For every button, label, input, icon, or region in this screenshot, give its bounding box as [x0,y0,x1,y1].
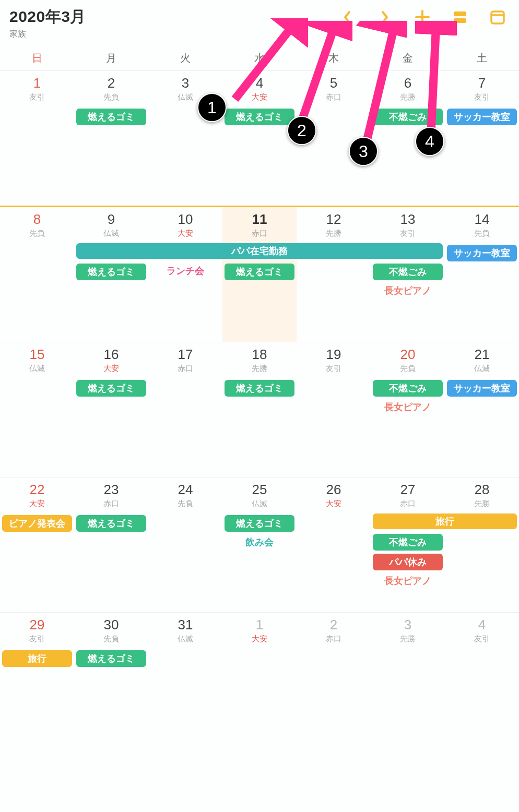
calendar-day-cell[interactable]: 11赤口燃えるゴミ [222,207,297,342]
calendar-day-cell[interactable]: 31仏滅 [148,613,222,730]
calendar-day-cell[interactable]: 9仏滅燃えるゴミ [74,207,148,342]
rokuyou-label: 仏滅 [2,364,72,374]
calendar-day-cell[interactable]: 16大安燃えるゴミ [74,342,148,477]
event-chip[interactable]: 燃えるゴミ [76,650,146,667]
event-chip[interactable]: パパ休み [373,554,443,570]
calendar-day-cell[interactable]: 26大安 [297,477,371,612]
event-text[interactable]: 長女ピアノ [373,574,443,588]
event-chip[interactable]: 燃えるゴミ [225,109,294,125]
event-chip[interactable]: 旅行 [2,650,72,667]
day-number: 16 [76,347,146,363]
next-month-button[interactable] [376,8,394,26]
rokuyou-label: 大安 [299,499,369,509]
calendar-day-cell[interactable]: 5赤口 [297,71,371,206]
event-text[interactable]: 飲み会 [225,535,294,550]
weekday-header: 月 [74,51,148,65]
day-number: 20 [373,347,443,363]
day-number: 2 [76,75,146,91]
calendar-day-cell[interactable]: 3仏滅 [148,71,222,206]
day-number: 3 [150,75,220,91]
calendar-day-cell[interactable]: 18先勝燃えるゴミ [222,342,297,477]
event-text[interactable]: 長女ピアノ [373,283,443,298]
calendar-day-cell[interactable]: 14先負サッカー教室 [445,207,519,342]
event-chip[interactable]: サッカー教室 [447,109,517,125]
calendar-day-cell[interactable]: 29友引旅行 [0,613,74,730]
event-chip[interactable]: 燃えるゴミ [76,380,146,397]
calendar-day-cell[interactable]: 4大安燃えるゴミ [222,71,297,206]
event-chip[interactable]: 不燃ごみ [373,534,443,551]
prev-month-button[interactable] [338,8,356,26]
rokuyou-label: 赤口 [373,499,443,509]
calendar-day-cell[interactable]: 1友引 [0,71,74,206]
event-chip[interactable]: 燃えるゴミ [76,109,146,125]
day-number: 5 [299,75,369,91]
calendar-day-cell[interactable]: 19友引 [297,342,371,477]
day-number: 27 [373,482,443,498]
rokuyou-label: 赤口 [225,229,294,238]
calendar-day-cell[interactable]: 15仏滅 [0,342,74,477]
event-chip[interactable]: 不燃ごみ [373,380,443,397]
event-chip[interactable]: 不燃ごみ [373,109,443,125]
event-chip[interactable]: サッカー教室 [447,380,517,397]
calendar-day-cell[interactable]: 28先勝 [445,477,519,612]
rokuyou-label: 赤口 [150,364,220,374]
event-chip[interactable]: ピアノ発表会 [2,515,72,532]
rokuyou-label: 友引 [2,92,72,102]
event-chip[interactable]: 燃えるゴミ [225,515,294,532]
calendar-day-cell[interactable]: 12先勝 [297,207,371,342]
calendar-day-cell[interactable]: 25仏滅燃えるゴミ飲み会 [222,477,297,612]
weekday-header: 水 [222,51,297,65]
calendar-name: 家族 [9,29,338,40]
event-text[interactable]: 長女ピアノ [373,400,443,414]
weekday-header: 土 [445,51,519,65]
event-spacer [373,245,443,260]
day-number: 24 [150,482,220,498]
rokuyou-label: 先負 [373,364,443,374]
calendar-day-cell[interactable]: 8先負 [0,207,74,342]
rokuyou-label: 仏滅 [150,92,220,102]
event-chip[interactable]: 燃えるゴミ [76,264,146,280]
event-spacer [76,245,146,260]
calendar-day-cell[interactable]: 2先負燃えるゴミ [74,71,148,206]
event-chip[interactable]: 燃えるゴミ [225,380,294,397]
calendar-day-cell[interactable]: 30先負燃えるゴミ [74,613,148,730]
calendar-day-cell[interactable]: 24先負 [148,477,222,612]
day-number: 9 [76,211,146,228]
calendar-day-cell[interactable]: 1大安 [222,613,297,730]
calendar-day-cell[interactable]: 22大安ピアノ発表会 [0,477,74,612]
day-number: 6 [373,75,443,91]
rokuyou-label: 友引 [373,229,443,238]
rokuyou-label: 先勝 [373,92,443,102]
day-number: 11 [225,211,294,228]
event-text[interactable]: ランチ会 [150,264,220,278]
rokuyou-label: 仏滅 [447,364,517,374]
calendar-day-cell[interactable]: 17赤口 [148,342,222,477]
event-chip[interactable]: 燃えるゴミ [225,264,294,280]
calendar-day-cell[interactable]: 2赤口 [297,613,371,730]
rokuyou-label: 先負 [150,499,220,509]
calendar-day-cell[interactable]: 21仏滅サッカー教室 [445,342,519,477]
calendar-day-cell[interactable]: 23赤口燃えるゴミ [74,477,148,612]
svg-rect-2 [454,11,466,16]
event-chip[interactable]: 燃えるゴミ [76,515,146,532]
day-number: 1 [225,617,294,633]
day-number: 29 [2,617,72,633]
calendar-day-cell[interactable]: 3先勝 [371,613,445,730]
event-chip[interactable]: 不燃ごみ [373,264,443,280]
list-view-button[interactable] [451,8,469,26]
rokuyou-label: 仏滅 [150,634,220,644]
calendar-day-cell[interactable]: 4友引 [445,613,519,730]
today-button[interactable] [489,8,506,26]
add-event-button[interactable] [414,8,431,26]
calendar-day-cell[interactable]: 27赤口不燃ごみパパ休み長女ピアノ [371,477,445,612]
day-number: 10 [150,211,220,228]
list-icon [453,10,467,25]
calendar-day-cell[interactable]: 10大安ランチ会 [148,207,222,342]
event-chip[interactable]: サッカー教室 [447,245,517,261]
calendar-day-cell[interactable]: 6先勝不燃ごみ [371,71,445,206]
calendar-day-cell[interactable]: 20先負不燃ごみ長女ピアノ [371,342,445,477]
rokuyou-label: 友引 [2,634,72,644]
calendar-day-cell[interactable]: 7友引サッカー教室 [445,71,519,206]
day-number: 4 [225,75,294,91]
calendar-day-cell[interactable]: 13友引不燃ごみ長女ピアノ [371,207,445,342]
